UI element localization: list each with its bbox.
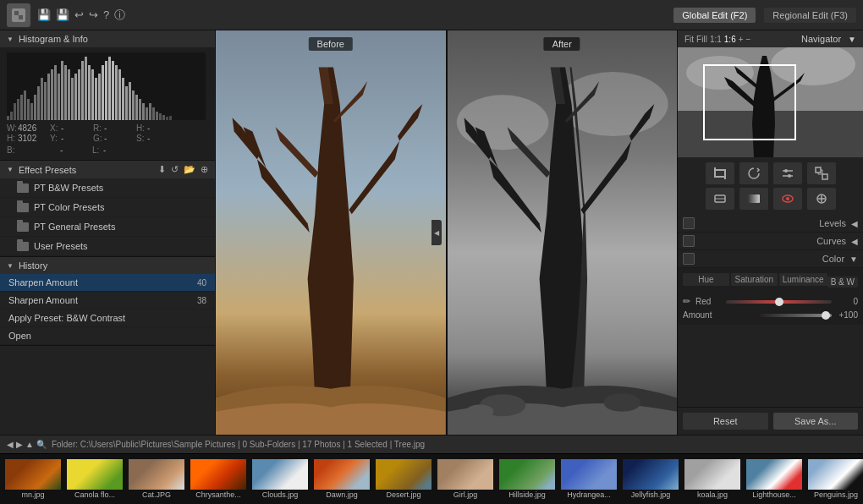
clone-tool[interactable] bbox=[807, 188, 836, 210]
film-item-7[interactable]: Girl.jpg bbox=[436, 457, 495, 501]
save2-icon[interactable]: 💾 bbox=[56, 8, 69, 21]
redo-icon[interactable]: ↪ bbox=[89, 8, 98, 21]
search-icon[interactable]: 🔍 bbox=[36, 440, 47, 449]
zoom-fit[interactable]: Fit bbox=[684, 35, 694, 44]
height-label: H: bbox=[7, 134, 15, 143]
after-label: After bbox=[544, 37, 580, 51]
film-item-0[interactable]: mn.jpg bbox=[3, 457, 63, 501]
save-as-button[interactable]: Save As... bbox=[773, 413, 859, 430]
preset-general[interactable]: PT General Presets bbox=[0, 217, 215, 237]
film-item-9[interactable]: Hydrangea... bbox=[559, 457, 618, 501]
filmstrip: mn.jpgCanola flo...Cat.JPGChrysanthe...C… bbox=[0, 453, 863, 504]
folder-open-icon[interactable]: 📂 bbox=[184, 164, 195, 175]
red-slider-track[interactable] bbox=[726, 300, 832, 304]
zoom-plus[interactable]: + bbox=[739, 35, 744, 44]
info-icon[interactable]: ⓘ bbox=[114, 8, 125, 23]
zoom-1to1[interactable]: 1:1 bbox=[710, 35, 722, 44]
history-title: History bbox=[19, 260, 47, 271]
pencil-icon[interactable]: ✏ bbox=[683, 296, 690, 307]
film-item-4[interactable]: Clouds.jpg bbox=[250, 457, 310, 501]
zoom-fill[interactable]: Fill bbox=[696, 35, 707, 44]
preset-bw[interactable]: PT B&W Presets bbox=[0, 178, 215, 198]
film-label-5: Dawn.jpg bbox=[314, 490, 370, 500]
undo-icon[interactable]: ↩ bbox=[74, 8, 84, 21]
left-panel: ▼ Histogram & Info bbox=[0, 30, 216, 435]
curves-arrow[interactable]: ◀ bbox=[851, 237, 858, 246]
history-header[interactable]: ▼ History bbox=[0, 257, 215, 274]
effect-presets-icons: ⬇ ↺ 📂 ⊕ bbox=[158, 164, 208, 175]
effect-presets-header[interactable]: ▼ Effect Presets ⬇ ↺ 📂 ⊕ bbox=[0, 161, 215, 178]
levels-checkbox[interactable] bbox=[683, 217, 695, 229]
red-slider-thumb[interactable] bbox=[775, 298, 783, 306]
preset-user[interactable]: User Presets bbox=[0, 237, 215, 256]
film-item-12[interactable]: Lighthouse... bbox=[745, 457, 804, 501]
film-item-2[interactable]: Cat.JPG bbox=[127, 457, 186, 501]
svg-rect-51 bbox=[169, 116, 172, 120]
svg-rect-37 bbox=[122, 78, 124, 120]
amount-slider-thumb[interactable] bbox=[822, 311, 830, 320]
refresh-icon[interactable]: ↺ bbox=[171, 164, 179, 175]
levels-arrow[interactable]: ◀ bbox=[851, 219, 858, 228]
hue-tab[interactable]: Hue bbox=[683, 273, 729, 286]
svg-rect-27 bbox=[88, 65, 91, 120]
luminance-tab[interactable]: Luminance bbox=[779, 273, 827, 286]
film-label-11: koala.jpg bbox=[684, 490, 740, 500]
film-item-5[interactable]: Dawn.jpg bbox=[312, 457, 371, 501]
amount-slider-track[interactable] bbox=[760, 314, 832, 317]
help-icon[interactable]: ? bbox=[103, 8, 109, 21]
rotate-tool[interactable] bbox=[739, 162, 768, 184]
nav-back-icon[interactable]: ◀ bbox=[7, 440, 14, 449]
transform-tool[interactable] bbox=[706, 188, 734, 210]
s-value: - bbox=[147, 134, 177, 143]
history-item-1[interactable]: Sharpen Amount 38 bbox=[0, 292, 215, 310]
navigator-expand[interactable]: ▼ bbox=[848, 35, 856, 44]
preset-user-label: User Presets bbox=[34, 241, 88, 251]
regional-edit-button[interactable]: Regional Edit (F3) bbox=[764, 8, 856, 23]
film-label-12: Lighthouse... bbox=[746, 490, 802, 500]
reset-button[interactable]: Reset bbox=[683, 413, 768, 430]
histogram-triangle: ▼ bbox=[7, 36, 14, 43]
status-path: Folder: C:\Users\Public\Pictures\Sample … bbox=[52, 440, 425, 449]
film-item-13[interactable]: Penguins.jpg bbox=[806, 457, 863, 501]
eye-tool[interactable] bbox=[773, 188, 802, 210]
resize-tool[interactable] bbox=[807, 162, 836, 184]
nav-forward-icon[interactable]: ▶ bbox=[16, 440, 23, 449]
curves-checkbox[interactable] bbox=[683, 235, 695, 247]
film-thumb-1 bbox=[67, 459, 123, 490]
width-label: W: bbox=[7, 123, 15, 133]
download-icon[interactable]: ⬇ bbox=[158, 164, 166, 175]
film-item-6[interactable]: Desert.jpg bbox=[374, 457, 433, 501]
film-item-11[interactable]: koala.jpg bbox=[683, 457, 742, 501]
bottom-buttons: Reset Save As... bbox=[678, 407, 863, 435]
history-item-3[interactable]: Open bbox=[0, 327, 215, 345]
adjust-tool[interactable] bbox=[773, 162, 802, 184]
nav-up-icon[interactable]: ▲ bbox=[25, 440, 34, 449]
film-item-10[interactable]: Jellyfish.jpg bbox=[621, 457, 680, 501]
color-expand[interactable]: ▼ bbox=[849, 255, 858, 264]
crop-tool[interactable] bbox=[706, 162, 734, 184]
preset-general-label: PT General Presets bbox=[34, 222, 115, 232]
global-edit-button[interactable]: Global Edit (F2) bbox=[673, 8, 756, 23]
histogram-header[interactable]: ▼ Histogram & Info bbox=[0, 30, 215, 47]
film-item-8[interactable]: Hillside.jpg bbox=[497, 457, 557, 501]
saturation-tab[interactable]: Saturation bbox=[731, 273, 778, 286]
history-item-2[interactable]: Apply Preset: B&W Contrast bbox=[0, 310, 215, 327]
after-pane: After bbox=[448, 30, 678, 435]
history-item-0[interactable]: Sharpen Amount 40 bbox=[0, 274, 215, 292]
zoom-minus[interactable]: − bbox=[746, 35, 751, 44]
gradient-tool[interactable] bbox=[739, 188, 768, 210]
bw-badge[interactable]: B & W bbox=[827, 277, 858, 288]
histogram-title: Histogram & Info bbox=[19, 34, 88, 44]
save-icon[interactable]: 💾 bbox=[37, 8, 51, 21]
color-checkbox[interactable] bbox=[683, 253, 695, 265]
navigator-thumb bbox=[678, 47, 863, 157]
preset-list: PT B&W Presets PT Color Presets PT Gener… bbox=[0, 178, 215, 256]
svg-rect-30 bbox=[98, 74, 101, 120]
film-item-3[interactable]: Chrysanthe... bbox=[189, 457, 248, 501]
film-item-1[interactable]: Canola flo... bbox=[65, 457, 124, 501]
left-panel-collapse[interactable]: ◀ bbox=[432, 220, 442, 245]
add-icon[interactable]: ⊕ bbox=[201, 164, 208, 175]
preset-color[interactable]: PT Color Presets bbox=[0, 198, 215, 217]
x-label: X: bbox=[50, 123, 58, 133]
zoom-ratio[interactable]: 1:6 bbox=[724, 35, 736, 44]
